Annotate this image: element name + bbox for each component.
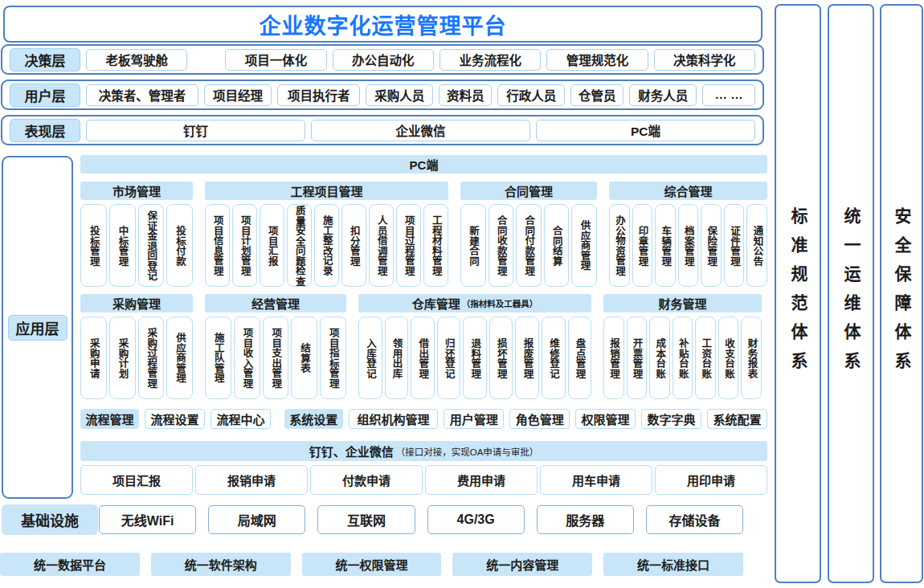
module-card: 借出管理	[411, 316, 435, 399]
module-card-label: 供应商管理	[579, 220, 590, 271]
platform-title-box: 企业数字化运营管理平台	[3, 6, 763, 43]
module-group-subtitle: （指材料及工器具）	[462, 297, 538, 309]
oa-application-row: 项目汇报报销申请付款申请费用申请用车申请用印申请	[80, 465, 767, 495]
module-group-title: 经营管理	[251, 295, 300, 312]
module-card: 合同收款管理	[489, 204, 514, 287]
unified-platform-item: 统一权限管理	[302, 553, 442, 576]
layer-item: 项目执行者	[277, 84, 360, 106]
module-card: 盘点管理	[568, 316, 592, 399]
module-card-label: 领用出库	[391, 338, 402, 378]
module-card-label: 工程材料管理	[431, 215, 441, 276]
module-card: 供应商管理	[571, 204, 597, 287]
module-card: 新建合同	[460, 204, 486, 287]
oa-application-card: 项目汇报	[80, 465, 193, 495]
module-card-label: 通知公告	[752, 226, 763, 266]
module-group-title: 综合管理	[664, 182, 712, 199]
module-card: 施工整改记录	[314, 204, 339, 287]
module-group-row-2: 采购管理采购申请采购计划采购过程管理供应商管理经营管理施工队管理项目收入管理项目…	[80, 294, 767, 399]
module-card: 收支台账	[718, 316, 739, 399]
layer-item: 钉钉	[86, 120, 305, 141]
unified-operation-maintenance-system-label: 统一运维体系	[839, 207, 863, 381]
architecture-diagram: 企业数字化运营管理平台 决策层老板驾驶舱项目一体化办公自动化业务流程化管理规范化…	[0, 0, 924, 588]
module-card: 财务报表	[741, 316, 762, 399]
decision-layer-row: 决策层老板驾驶舱项目一体化办公自动化业务流程化管理规范化决策科学化	[1, 44, 764, 75]
module-card-label: 人员借调管理	[376, 215, 386, 276]
module-card: 合同付款管理	[516, 204, 542, 287]
infrastructure-item: 4G/3G	[427, 505, 525, 534]
module-group-title: 财务管理	[658, 295, 706, 312]
infrastructure-label: 基础设施	[2, 504, 98, 535]
module-card-label: 项目支出管理	[271, 328, 281, 388]
module-card-label: 合同付款管理	[524, 215, 534, 276]
module-card: 通知公告	[746, 204, 767, 287]
layer-item: 项目经理	[204, 84, 272, 106]
module-card-label: 报销管理	[609, 338, 619, 378]
process-item: 流程设置	[145, 409, 205, 429]
oa-application-card: 费用申请	[425, 465, 538, 495]
layer-item: 财务人员	[629, 84, 697, 106]
module-card: 办公物资管理	[609, 204, 630, 287]
module-group-header: 合同管理	[460, 182, 597, 200]
module-card: 采购过程管理	[138, 316, 165, 399]
module-card-label: 投标管理	[88, 226, 99, 266]
module-group-header: 工程项目管理	[205, 182, 448, 200]
layer-item: 企业微信	[311, 120, 530, 141]
module-card-label: 印章管理	[637, 226, 648, 266]
infrastructure-item: 互联网	[317, 505, 415, 534]
module-card-list: 新建合同合同收款管理合同付款管理合同结算供应商管理	[460, 204, 597, 287]
module-card: 项目收入管理	[234, 316, 260, 399]
process-item: 系统配置	[707, 409, 767, 429]
process-item: 权限管理	[575, 409, 636, 429]
module-card-label: 施工整改记录	[321, 215, 332, 276]
module-card-label: 结算表	[300, 343, 310, 374]
process-item: 用户管理	[444, 409, 504, 429]
layer-item: 仓管员	[570, 84, 623, 106]
module-card-label: 项目收入管理	[242, 328, 252, 388]
module-card-list: 项目信息管理项目计划管理项目汇报质量安全问题检查施工整改记录扣分管理人员借调管理…	[205, 204, 448, 287]
module-card-label: 财务报表	[746, 338, 757, 378]
module-group: 合同管理新建合同合同收款管理合同付款管理合同结算供应商管理	[460, 182, 597, 287]
module-card: 项目过程管理	[396, 204, 421, 287]
layer-item: 决策科学化	[654, 49, 755, 71]
module-card-label: 车辆管理	[660, 226, 671, 266]
module-card: 损坏管理	[489, 316, 513, 399]
layer-item: 管理规范化	[546, 49, 648, 71]
process-item: 组织机构管理	[349, 409, 438, 429]
module-card: 中标管理	[109, 204, 136, 287]
module-group-title: 工程项目管理	[290, 182, 362, 199]
module-card-label: 扣分管理	[349, 226, 359, 266]
layer-item: 资料员	[439, 84, 492, 106]
module-card: 证件管理	[724, 204, 745, 287]
module-group-header: 市场管理	[80, 182, 193, 200]
layer-item: PC端	[536, 120, 755, 141]
module-card: 采购计划	[109, 316, 136, 399]
module-card: 补贴台账	[673, 316, 693, 399]
module-card-label: 项目指标管理	[328, 328, 338, 388]
module-group-title: 仓库管理	[412, 295, 460, 312]
infrastructure-item: 无线WiFi	[99, 505, 196, 534]
module-card-label: 维修登记	[548, 338, 558, 378]
infrastructure-item: 局域网	[208, 505, 305, 534]
layer-item: 业务流程化	[440, 49, 541, 71]
oa-application-card: 用车申请	[540, 465, 652, 495]
infrastructure-item: 存储设备	[646, 505, 743, 534]
module-card: 项目计划管理	[232, 204, 257, 287]
module-group-title: 市场管理	[112, 182, 161, 199]
application-layer-label: 应用层	[8, 315, 67, 341]
module-card: 合同结算	[544, 204, 570, 287]
layer-item: 项目一体化	[225, 49, 326, 71]
layer-label: 表现层	[10, 119, 80, 142]
dingtalk-wechat-subtitle: （接口对接，实现OA申请与审批）	[396, 445, 539, 458]
module-card: 印章管理	[632, 204, 653, 287]
layer-item: 采购人员	[366, 84, 433, 106]
module-card-label: 合同结算	[551, 226, 562, 266]
module-card-label: 借出管理	[418, 338, 428, 378]
module-card: 工程材料管理	[423, 204, 448, 287]
module-card-list: 投标管理中标管理保证金退回登记投标付款	[80, 204, 193, 287]
unified-platform-item: 统一内容管理	[452, 553, 592, 576]
process-item: 角色管理	[509, 409, 570, 429]
module-card: 结算表	[291, 316, 317, 399]
module-card-label: 工资台账	[701, 338, 711, 378]
module-card-list: 办公物资管理印章管理车辆管理档案管理保险管理证件管理通知公告	[609, 204, 767, 287]
user-layer-row: 用户层决策者、管理者项目经理项目执行者采购人员资料员行政人员仓管员财务人员… …	[1, 80, 764, 110]
